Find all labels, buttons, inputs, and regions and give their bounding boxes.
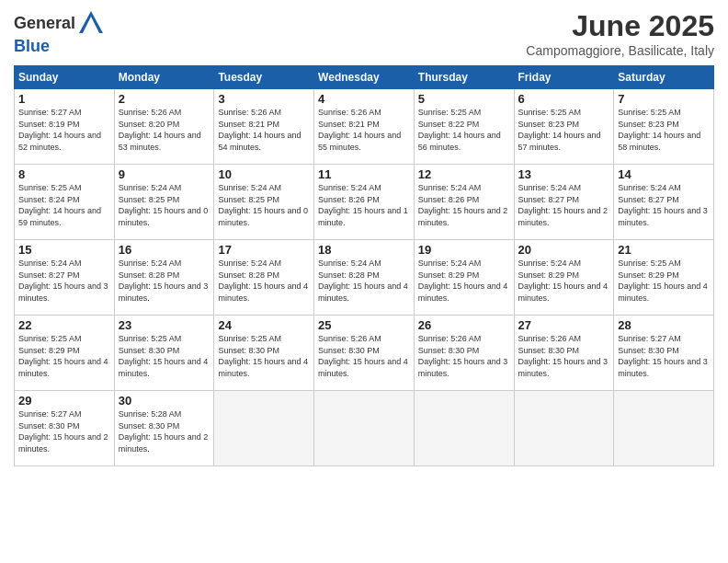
- day-info: Sunrise: 5:25 AM Sunset: 8:29 PM Dayligh…: [618, 258, 710, 304]
- day-number: 11: [318, 167, 410, 181]
- col-tuesday: Tuesday: [214, 66, 314, 89]
- calendar-week-row: 8Sunrise: 5:25 AM Sunset: 8:24 PM Daylig…: [15, 165, 714, 240]
- table-row: 7Sunrise: 5:25 AM Sunset: 8:23 PM Daylig…: [614, 89, 714, 165]
- page-container: General Blue June 2025 Campomaggiore, Ba…: [0, 0, 728, 476]
- table-row: [514, 391, 614, 466]
- day-number: 26: [418, 318, 510, 332]
- col-wednesday: Wednesday: [314, 66, 415, 89]
- day-info: Sunrise: 5:27 AM Sunset: 8:30 PM Dayligh…: [618, 333, 710, 379]
- table-row: 6Sunrise: 5:25 AM Sunset: 8:23 PM Daylig…: [514, 89, 614, 165]
- day-number: 30: [119, 394, 210, 408]
- day-number: 20: [518, 243, 610, 257]
- table-row: 12Sunrise: 5:24 AM Sunset: 8:26 PM Dayli…: [414, 165, 514, 240]
- table-row: 15Sunrise: 5:24 AM Sunset: 8:27 PM Dayli…: [15, 240, 115, 316]
- day-info: Sunrise: 5:24 AM Sunset: 8:27 PM Dayligh…: [618, 182, 710, 228]
- col-monday: Monday: [114, 66, 214, 89]
- day-info: Sunrise: 5:24 AM Sunset: 8:27 PM Dayligh…: [18, 258, 110, 304]
- day-number: 18: [318, 243, 410, 257]
- day-number: 16: [119, 243, 210, 257]
- table-row: 5Sunrise: 5:25 AM Sunset: 8:22 PM Daylig…: [414, 89, 514, 165]
- day-number: 13: [518, 167, 610, 181]
- day-info: Sunrise: 5:25 AM Sunset: 8:23 PM Dayligh…: [518, 107, 610, 153]
- day-info: Sunrise: 5:24 AM Sunset: 8:28 PM Dayligh…: [119, 258, 210, 304]
- day-info: Sunrise: 5:25 AM Sunset: 8:29 PM Dayligh…: [18, 333, 110, 379]
- calendar-week-row: 22Sunrise: 5:25 AM Sunset: 8:29 PM Dayli…: [15, 316, 714, 391]
- logo-general: General: [14, 14, 75, 33]
- logo: General Blue: [14, 9, 105, 56]
- day-info: Sunrise: 5:26 AM Sunset: 8:21 PM Dayligh…: [218, 107, 310, 153]
- day-info: Sunrise: 5:25 AM Sunset: 8:30 PM Dayligh…: [119, 333, 210, 379]
- day-info: Sunrise: 5:24 AM Sunset: 8:28 PM Dayligh…: [218, 258, 310, 304]
- table-row: 18Sunrise: 5:24 AM Sunset: 8:28 PM Dayli…: [314, 240, 415, 316]
- day-number: 27: [518, 318, 610, 332]
- day-info: Sunrise: 5:25 AM Sunset: 8:23 PM Dayligh…: [618, 107, 710, 153]
- day-number: 28: [618, 318, 710, 332]
- day-info: Sunrise: 5:24 AM Sunset: 8:29 PM Dayligh…: [418, 258, 510, 304]
- table-row: 25Sunrise: 5:26 AM Sunset: 8:30 PM Dayli…: [314, 316, 415, 391]
- table-row: [614, 391, 714, 466]
- calendar-week-row: 29Sunrise: 5:27 AM Sunset: 8:30 PM Dayli…: [15, 391, 714, 466]
- day-number: 8: [18, 167, 110, 181]
- col-sunday: Sunday: [15, 66, 115, 89]
- table-row: 24Sunrise: 5:25 AM Sunset: 8:30 PM Dayli…: [214, 316, 314, 391]
- day-number: 19: [418, 243, 510, 257]
- table-row: 10Sunrise: 5:24 AM Sunset: 8:25 PM Dayli…: [214, 165, 314, 240]
- table-row: 26Sunrise: 5:26 AM Sunset: 8:30 PM Dayli…: [414, 316, 514, 391]
- header-row: Sunday Monday Tuesday Wednesday Thursday…: [15, 66, 714, 89]
- logo-blue: Blue: [14, 37, 50, 55]
- calendar-week-row: 15Sunrise: 5:24 AM Sunset: 8:27 PM Dayli…: [15, 240, 714, 316]
- day-number: 4: [318, 92, 410, 106]
- day-info: Sunrise: 5:25 AM Sunset: 8:30 PM Dayligh…: [218, 333, 310, 379]
- day-info: Sunrise: 5:24 AM Sunset: 8:27 PM Dayligh…: [518, 182, 610, 228]
- day-number: 25: [318, 318, 410, 332]
- table-row: [214, 391, 314, 466]
- table-row: 13Sunrise: 5:24 AM Sunset: 8:27 PM Dayli…: [514, 165, 614, 240]
- day-number: 2: [119, 92, 210, 106]
- day-number: 6: [518, 92, 610, 106]
- table-row: 2Sunrise: 5:26 AM Sunset: 8:20 PM Daylig…: [114, 89, 214, 165]
- day-number: 12: [418, 167, 510, 181]
- day-info: Sunrise: 5:24 AM Sunset: 8:28 PM Dayligh…: [318, 258, 410, 304]
- day-number: 10: [218, 167, 310, 181]
- table-row: 16Sunrise: 5:24 AM Sunset: 8:28 PM Dayli…: [114, 240, 214, 316]
- table-row: 3Sunrise: 5:26 AM Sunset: 8:21 PM Daylig…: [214, 89, 314, 165]
- day-number: 5: [418, 92, 510, 106]
- col-saturday: Saturday: [614, 66, 714, 89]
- table-row: 17Sunrise: 5:24 AM Sunset: 8:28 PM Dayli…: [214, 240, 314, 316]
- table-row: 8Sunrise: 5:25 AM Sunset: 8:24 PM Daylig…: [15, 165, 115, 240]
- day-number: 7: [618, 92, 710, 106]
- table-row: [314, 391, 415, 466]
- table-row: 27Sunrise: 5:26 AM Sunset: 8:30 PM Dayli…: [514, 316, 614, 391]
- day-info: Sunrise: 5:26 AM Sunset: 8:21 PM Dayligh…: [318, 107, 410, 153]
- day-number: 1: [18, 92, 110, 106]
- day-info: Sunrise: 5:25 AM Sunset: 8:22 PM Dayligh…: [418, 107, 510, 153]
- table-row: 22Sunrise: 5:25 AM Sunset: 8:29 PM Dayli…: [15, 316, 115, 391]
- day-number: 29: [18, 394, 110, 408]
- day-number: 21: [618, 243, 710, 257]
- day-number: 14: [618, 167, 710, 181]
- calendar-table: Sunday Monday Tuesday Wednesday Thursday…: [14, 65, 714, 466]
- day-info: Sunrise: 5:24 AM Sunset: 8:26 PM Dayligh…: [418, 182, 510, 228]
- table-row: 19Sunrise: 5:24 AM Sunset: 8:29 PM Dayli…: [414, 240, 514, 316]
- day-number: 17: [218, 243, 310, 257]
- day-number: 3: [218, 92, 310, 106]
- location-title: Campomaggiore, Basilicate, Italy: [526, 43, 714, 58]
- col-thursday: Thursday: [414, 66, 514, 89]
- day-info: Sunrise: 5:26 AM Sunset: 8:30 PM Dayligh…: [518, 333, 610, 379]
- logo-icon: [77, 9, 105, 37]
- table-row: 20Sunrise: 5:24 AM Sunset: 8:29 PM Dayli…: [514, 240, 614, 316]
- table-row: 23Sunrise: 5:25 AM Sunset: 8:30 PM Dayli…: [114, 316, 214, 391]
- day-info: Sunrise: 5:24 AM Sunset: 8:26 PM Dayligh…: [318, 182, 410, 228]
- day-info: Sunrise: 5:24 AM Sunset: 8:25 PM Dayligh…: [218, 182, 310, 228]
- month-title: June 2025: [526, 9, 714, 43]
- table-row: 30Sunrise: 5:28 AM Sunset: 8:30 PM Dayli…: [114, 391, 214, 466]
- day-number: 23: [119, 318, 210, 332]
- day-info: Sunrise: 5:25 AM Sunset: 8:24 PM Dayligh…: [18, 182, 110, 228]
- table-row: 4Sunrise: 5:26 AM Sunset: 8:21 PM Daylig…: [314, 89, 415, 165]
- day-info: Sunrise: 5:27 AM Sunset: 8:30 PM Dayligh…: [18, 408, 110, 454]
- day-number: 22: [18, 318, 110, 332]
- calendar-week-row: 1Sunrise: 5:27 AM Sunset: 8:19 PM Daylig…: [15, 89, 714, 165]
- day-info: Sunrise: 5:24 AM Sunset: 8:29 PM Dayligh…: [518, 258, 610, 304]
- table-row: 28Sunrise: 5:27 AM Sunset: 8:30 PM Dayli…: [614, 316, 714, 391]
- day-info: Sunrise: 5:24 AM Sunset: 8:25 PM Dayligh…: [119, 182, 210, 228]
